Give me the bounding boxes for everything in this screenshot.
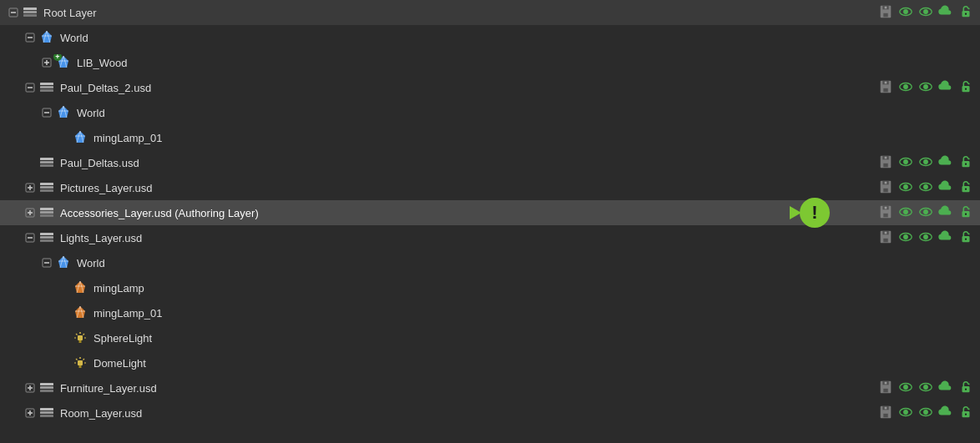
- svg-marker-18: [42, 31, 52, 43]
- svg-point-113: [904, 234, 908, 239]
- row-label-lib-wood: LIB_Wood: [77, 57, 127, 69]
- collapse-btn-root-layer[interactable]: [7, 6, 20, 19]
- no-collapse-paul-deltas: [23, 156, 37, 169]
- visibility-button-pictures-layer[interactable]: [898, 179, 913, 197]
- save-button-accessories-layer[interactable]: [878, 204, 893, 222]
- save-button-pictures-layer[interactable]: [878, 179, 893, 197]
- visibility2-button-paul-deltas-2[interactable]: [918, 79, 933, 97]
- svg-point-80: [904, 184, 908, 189]
- tree-row-sphere-light[interactable]: SphereLight: [0, 325, 980, 350]
- svg-line-144: [76, 359, 78, 360]
- layer-icon-dome-light: [72, 355, 88, 371]
- lock-button-paul-deltas-2[interactable]: [958, 79, 973, 97]
- svg-rect-111: [885, 231, 887, 234]
- lock-button-paul-deltas[interactable]: [958, 154, 973, 172]
- tree-row-paul-deltas-2[interactable]: Paul_Deltas_2.usd: [0, 75, 980, 100]
- tree-row-world-3[interactable]: World: [0, 250, 980, 275]
- tree-row-ming-lamp-01-1[interactable]: mingLamp_01: [0, 125, 980, 150]
- row-label-paul-deltas-2: Paul_Deltas_2.usd: [60, 82, 151, 94]
- visibility2-button-pictures-layer[interactable]: [918, 179, 933, 197]
- cloud-button-root-layer[interactable]: [938, 4, 953, 22]
- visibility-button-root-layer[interactable]: [898, 4, 913, 22]
- svg-point-97: [904, 209, 908, 214]
- layer-icon-accessories-layer: [38, 204, 55, 221]
- svg-rect-89: [40, 214, 53, 217]
- svg-marker-125: [75, 281, 85, 293]
- tree-row-pictures-layer[interactable]: Pictures_Layer.usd: [0, 175, 980, 200]
- visibility-button-lights-layer[interactable]: [898, 229, 913, 247]
- visibility2-button-accessories-layer[interactable]: [918, 204, 933, 222]
- visibility2-button-room-layer[interactable]: [918, 405, 933, 422]
- save-button-paul-deltas-2[interactable]: [878, 79, 893, 97]
- lock-button-root-layer[interactable]: [958, 4, 973, 22]
- tree-row-world-1[interactable]: World: [0, 25, 980, 50]
- lock-button-lights-layer[interactable]: [958, 229, 973, 247]
- tree-row-dome-light[interactable]: DomeLight: [0, 350, 980, 375]
- svg-rect-155: [883, 388, 887, 392]
- row-label-root-layer: Root Layer: [43, 7, 97, 19]
- collapse-btn-paul-deltas-2[interactable]: [23, 81, 37, 94]
- visibility-button-paul-deltas-2[interactable]: [898, 79, 913, 97]
- cloud-button-lights-layer[interactable]: [938, 229, 953, 247]
- collapse-btn-world-2[interactable]: [40, 106, 53, 119]
- save-button-room-layer[interactable]: [878, 405, 893, 422]
- svg-rect-4: [23, 8, 37, 10]
- layer-icon-pictures-layer: [38, 179, 55, 196]
- cloud-button-paul-deltas-2[interactable]: [938, 79, 953, 97]
- svg-rect-150: [40, 390, 53, 392]
- svg-rect-60: [883, 163, 887, 167]
- expand-btn-accessories-layer[interactable]: [23, 206, 37, 219]
- svg-rect-95: [885, 206, 887, 209]
- tree-row-lights-layer[interactable]: Lights_Layer.usd: [0, 225, 980, 250]
- row-label-paul-deltas: Paul_Deltas.usd: [60, 157, 139, 169]
- tree-row-root-layer[interactable]: Root Layer: [0, 0, 980, 25]
- expand-btn-pictures-layer[interactable]: [23, 181, 37, 194]
- expand-btn-furniture-layer[interactable]: [23, 381, 37, 395]
- tree-row-ming-lamp-01-2[interactable]: mingLamp_01: [0, 300, 980, 325]
- tree-row-furniture-layer[interactable]: Furniture_Layer.usd: [0, 375, 980, 400]
- svg-line-137: [76, 334, 78, 335]
- svg-rect-7: [883, 13, 887, 16]
- lock-button-pictures-layer[interactable]: [958, 179, 973, 197]
- expand-btn-lib-wood[interactable]: [40, 56, 53, 69]
- cloud-button-furniture-layer[interactable]: [938, 380, 953, 397]
- lock-button-accessories-layer[interactable]: [958, 204, 973, 222]
- collapse-btn-lights-layer[interactable]: [23, 231, 37, 244]
- save-button-lights-layer[interactable]: [878, 229, 893, 247]
- tree-row-paul-deltas[interactable]: Paul_Deltas.usd: [0, 150, 980, 175]
- tree-row-accessories-layer[interactable]: Accessories_Layer.usd (Authoring Layer)!: [0, 200, 980, 225]
- visibility-button-paul-deltas[interactable]: [898, 154, 913, 172]
- svg-rect-110: [883, 238, 887, 242]
- save-button-root-layer[interactable]: [878, 4, 893, 22]
- collapse-btn-world-3[interactable]: [40, 256, 53, 269]
- visibility2-button-lights-layer[interactable]: [918, 229, 933, 247]
- visibility2-button-root-layer[interactable]: [918, 4, 933, 22]
- save-button-paul-deltas[interactable]: [878, 154, 893, 172]
- svg-rect-73: [40, 186, 53, 189]
- tree-row-lib-wood[interactable]: +LIB_Wood: [0, 50, 980, 75]
- tree-row-ming-lamp-2[interactable]: mingLamp: [0, 275, 980, 300]
- cloud-button-pictures-layer[interactable]: [938, 179, 953, 197]
- expand-btn-room-layer[interactable]: [23, 406, 37, 420]
- cloud-button-room-layer[interactable]: [938, 405, 953, 422]
- lock-button-furniture-layer[interactable]: [958, 380, 973, 397]
- row-label-furniture-layer: Furniture_Layer.usd: [60, 382, 157, 395]
- layer-icon-world-2: [55, 104, 72, 121]
- visibility2-button-furniture-layer[interactable]: [918, 380, 933, 397]
- cloud-button-paul-deltas[interactable]: [938, 154, 953, 172]
- visibility-button-room-layer[interactable]: [898, 405, 913, 422]
- layer-icon-lights-layer: [38, 229, 55, 246]
- svg-point-99: [924, 209, 928, 214]
- tree-row-world-2[interactable]: World: [0, 100, 980, 125]
- visibility-button-accessories-layer[interactable]: [898, 204, 913, 222]
- collapse-btn-world-1[interactable]: [23, 31, 37, 44]
- cloud-button-accessories-layer[interactable]: [938, 204, 953, 222]
- save-button-furniture-layer[interactable]: [878, 380, 893, 397]
- lock-button-room-layer[interactable]: [958, 405, 973, 422]
- svg-rect-152: [40, 383, 53, 385]
- visibility2-button-paul-deltas[interactable]: [918, 154, 933, 172]
- svg-point-44: [965, 88, 967, 89]
- tree-row-room-layer[interactable]: Room_Layer.usd: [0, 400, 980, 425]
- visibility-button-furniture-layer[interactable]: [898, 380, 913, 397]
- row-label-world-3: World: [77, 257, 105, 269]
